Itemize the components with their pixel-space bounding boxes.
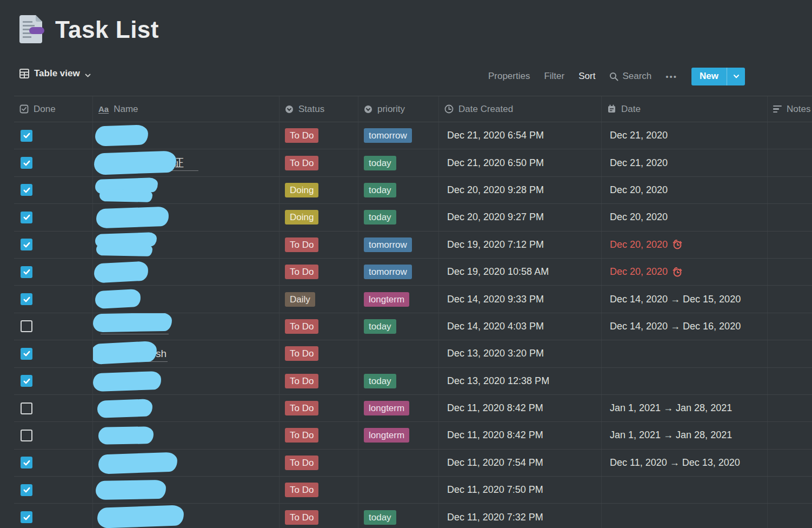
sort-button[interactable]: Sort — [578, 71, 595, 82]
status-tag[interactable]: To Do — [285, 128, 318, 143]
priority-tag[interactable]: tomorrow — [364, 128, 412, 143]
status-tag[interactable]: To Do — [285, 456, 318, 470]
name-cell[interactable] — [93, 259, 279, 285]
date-created-cell[interactable]: Dec 11, 2020 7:54 PM — [439, 450, 602, 476]
column-header-name[interactable]: Aa Name — [93, 96, 279, 122]
notes-cell[interactable] — [768, 204, 812, 230]
done-checkbox-checked[interactable] — [21, 239, 32, 250]
tab-table-view[interactable]: Table view — [19, 68, 91, 79]
page-title[interactable]: Task List — [55, 16, 159, 43]
status-tag[interactable]: To Do — [285, 483, 318, 497]
status-cell[interactable]: To Do — [279, 232, 358, 258]
name-cell[interactable] — [93, 177, 279, 203]
status-cell[interactable]: To Do — [279, 422, 358, 448]
status-tag[interactable]: To Do — [285, 346, 318, 361]
date-cell[interactable]: Dec 14, 2020 → Dec 16, 2020 — [602, 313, 768, 340]
new-button[interactable]: New — [691, 68, 727, 85]
status-tag[interactable]: To Do — [285, 401, 318, 415]
priority-cell[interactable]: tomorrow — [358, 259, 439, 285]
status-cell[interactable]: To Do — [279, 122, 358, 149]
priority-cell[interactable]: today — [358, 204, 439, 230]
notes-cell[interactable] — [768, 504, 812, 528]
done-checkbox-checked[interactable] — [21, 511, 32, 523]
status-tag[interactable]: To Do — [285, 156, 318, 170]
notes-cell[interactable] — [768, 149, 812, 176]
priority-tag[interactable]: today — [364, 210, 396, 225]
date-cell[interactable]: Dec 20, 2020 — [602, 204, 768, 230]
status-cell[interactable]: To Do — [279, 368, 358, 394]
status-tag[interactable]: To Do — [285, 510, 318, 525]
status-tag[interactable]: To Do — [285, 319, 318, 334]
status-cell[interactable]: Doing — [279, 177, 358, 203]
date-created-cell[interactable]: Dec 19, 2020 10:58 AM — [439, 259, 602, 285]
column-header-done[interactable]: Done — [14, 96, 93, 122]
date-cell[interactable]: Dec 20, 2020 — [602, 259, 768, 285]
status-cell[interactable]: To Do — [279, 149, 358, 176]
priority-tag[interactable]: longterm — [364, 292, 409, 307]
status-cell[interactable]: To Do — [279, 340, 358, 367]
date-created-cell[interactable]: Dec 11, 2020 7:32 PM — [439, 504, 602, 528]
priority-cell[interactable] — [358, 450, 439, 476]
date-cell[interactable] — [602, 477, 768, 503]
name-cell[interactable] — [93, 204, 279, 230]
status-cell[interactable]: To Do — [279, 395, 358, 421]
status-cell[interactable]: To Do — [279, 259, 358, 285]
date-created-cell[interactable]: Dec 13, 2020 3:20 PM — [439, 340, 602, 367]
done-checkbox-checked[interactable] — [21, 457, 32, 468]
date-created-cell[interactable]: Dec 11, 2020 7:50 PM — [439, 477, 602, 503]
done-checkbox-checked[interactable] — [21, 157, 32, 169]
priority-cell[interactable]: tomorrow — [358, 122, 439, 149]
date-cell[interactable] — [602, 340, 768, 367]
status-tag[interactable]: To Do — [285, 374, 318, 388]
date-cell[interactable]: Dec 20, 2020 — [602, 232, 768, 258]
priority-tag[interactable]: tomorrow — [364, 237, 412, 252]
search-button[interactable]: Search — [609, 71, 651, 82]
priority-tag[interactable]: today — [364, 183, 396, 197]
name-cell[interactable] — [93, 232, 279, 258]
priority-tag[interactable]: today — [364, 510, 396, 525]
notes-cell[interactable] — [768, 340, 812, 367]
name-cell[interactable] — [93, 368, 279, 394]
done-checkbox-unchecked[interactable] — [21, 402, 32, 414]
more-options-button[interactable]: ••• — [665, 72, 677, 81]
status-tag[interactable]: To Do — [285, 265, 318, 279]
done-checkbox-checked[interactable] — [21, 484, 32, 496]
priority-cell[interactable]: today — [358, 368, 439, 394]
new-dropdown-button[interactable] — [727, 68, 745, 85]
done-checkbox-checked[interactable] — [21, 375, 32, 387]
priority-tag[interactable]: today — [364, 156, 396, 170]
name-cell[interactable] — [93, 286, 279, 312]
name-cell[interactable] — [93, 504, 279, 528]
done-checkbox-checked[interactable] — [21, 266, 32, 278]
date-cell[interactable]: Dec 20, 2020 — [602, 177, 768, 203]
notes-cell[interactable] — [768, 259, 812, 285]
column-header-date[interactable]: Date — [602, 96, 768, 122]
notes-cell[interactable] — [768, 232, 812, 258]
status-cell[interactable]: To Do — [279, 477, 358, 503]
status-cell[interactable]: To Do — [279, 450, 358, 476]
priority-cell[interactable]: longterm — [358, 422, 439, 448]
date-created-cell[interactable]: Dec 11, 2020 8:42 PM — [439, 395, 602, 421]
name-cell[interactable] — [93, 450, 279, 476]
name-cell[interactable]: sh — [93, 340, 279, 367]
priority-cell[interactable]: today — [358, 149, 439, 176]
priority-cell[interactable] — [358, 477, 439, 503]
notes-cell[interactable] — [768, 395, 812, 421]
notes-cell[interactable] — [768, 313, 812, 340]
date-created-cell[interactable]: Dec 13, 2020 12:38 PM — [439, 368, 602, 394]
priority-tag[interactable]: longterm — [364, 428, 409, 443]
priority-cell[interactable]: tomorrow — [358, 232, 439, 258]
done-checkbox-checked[interactable] — [21, 348, 32, 360]
status-tag[interactable]: Daily — [285, 292, 315, 307]
status-cell[interactable]: To Do — [279, 504, 358, 528]
date-created-cell[interactable]: Dec 14, 2020 4:03 PM — [439, 313, 602, 340]
date-cell[interactable]: Dec 11, 2020 → Dec 13, 2020 — [602, 450, 768, 476]
status-tag[interactable]: Doing — [285, 210, 318, 225]
notes-cell[interactable] — [768, 368, 812, 394]
priority-cell[interactable]: longterm — [358, 395, 439, 421]
status-tag[interactable]: Doing — [285, 183, 318, 197]
date-created-cell[interactable]: Dec 20, 2020 9:28 PM — [439, 177, 602, 203]
priority-tag[interactable]: today — [364, 374, 396, 388]
done-checkbox-unchecked[interactable] — [21, 320, 32, 332]
status-cell[interactable]: To Do — [279, 313, 358, 340]
